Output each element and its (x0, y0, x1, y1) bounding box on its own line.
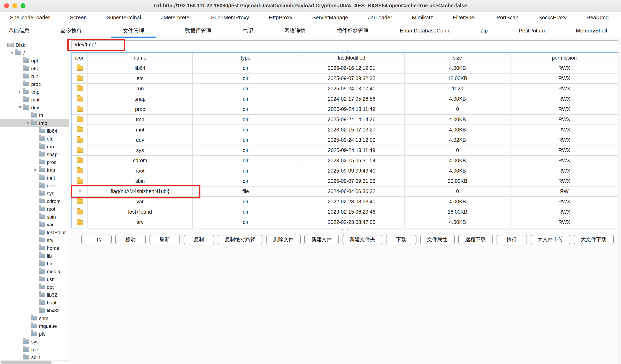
upload-button[interactable]: 上传 (81, 235, 112, 244)
tree-item-run[interactable]: run (0, 72, 69, 80)
tree-item-sys[interactable]: sys (0, 190, 69, 197)
file-row[interactable]: lib64dir2025-06-16 12:19:314.00KBRWX (72, 63, 618, 73)
tree-item-tmp[interactable]: tmp (0, 119, 69, 127)
tab-plugin-tag-management[interactable]: 插件标签管理 (335, 25, 370, 38)
file-row[interactable]: tmpdir2025-09-24 14:14:264.00KBRWX (72, 115, 618, 125)
menu-tab-superterminal[interactable]: SuperTerminal (105, 12, 143, 25)
file-row[interactable]: lost+founddir2023-02-15 06:29:4616.00KBR… (72, 207, 618, 217)
column-header-name[interactable]: name (88, 53, 193, 63)
large-file-download-button[interactable]: 大文件下载 (574, 235, 613, 244)
new-folder-button[interactable]: 新建文件夹 (343, 235, 382, 244)
tab-network-details[interactable]: 网络详情 (283, 25, 308, 38)
collapse-arrow-icon[interactable] (25, 122, 30, 124)
tree-item-opt[interactable]: opt (0, 57, 69, 65)
tree-item-mqueue[interactable]: mqueue (0, 322, 69, 330)
tree-horizontal-scrollbar[interactable] (0, 360, 69, 364)
file-row[interactable]: sbindir2025-09-07 09:31:2620.00KBRWX (72, 176, 618, 187)
tab-notes[interactable]: 笔记 (241, 25, 255, 38)
tree-item-media[interactable]: media (0, 267, 69, 275)
menu-tab-httpproxy[interactable]: HttpProxy (267, 12, 294, 25)
menu-tab-jarloader[interactable]: JarLoader (366, 12, 394, 25)
tab-file-management[interactable]: 文件管理 (111, 25, 156, 38)
column-header-permission[interactable]: permission (511, 53, 618, 63)
tree-item-cdrom[interactable]: cdrom (0, 197, 69, 205)
tree-item-tmp[interactable]: tmp (0, 88, 69, 96)
tree-item-disk[interactable]: Disk (0, 41, 69, 49)
tab-memory-shell[interactable]: MemoryShell (574, 25, 609, 38)
tree-item-root[interactable]: root (0, 205, 69, 213)
execute-button[interactable]: 执行 (496, 235, 527, 244)
vertical-splitter-handle[interactable] (68, 139, 70, 144)
file-row[interactable]: sysdir2025-09-24 13:11:490RWX (72, 145, 618, 156)
tree-item-bin[interactable]: bin (0, 260, 69, 267)
tab-database-management[interactable]: 数据库管理 (183, 25, 213, 38)
close-button[interactable] (4, 3, 9, 8)
new-file-button[interactable]: 新建文件 (304, 235, 339, 244)
delete-file-button[interactable]: 删除文件 (266, 235, 301, 244)
move-button[interactable]: 移动 (115, 235, 146, 244)
tree-item-mnt[interactable]: mnt (0, 96, 69, 104)
tree-item-snap[interactable]: snap (0, 150, 69, 158)
menu-tab-servletmanage[interactable]: ServletManage (310, 12, 350, 25)
horizontal-splitter-handle[interactable] (69, 229, 621, 231)
tree-item-boot[interactable]: boot (0, 299, 69, 307)
file-row[interactable]: rootdir2025-09-09 09:49:404.00KBRWX (72, 166, 618, 176)
tree-item-opt[interactable]: opt (0, 283, 69, 291)
menu-tab-shellcodeloader[interactable]: ShellcodeLoader (8, 12, 52, 25)
column-header-type[interactable]: type (193, 53, 299, 63)
menu-tab-filtershell[interactable]: FilterShell (451, 12, 478, 25)
tree-item-libx32[interactable]: libx32 (0, 307, 69, 314)
tree-item-home[interactable]: home (0, 244, 69, 252)
large-file-upload-button[interactable]: 大文件上传 (530, 235, 570, 244)
tab-zip[interactable]: Zip (479, 25, 489, 38)
column-header-size[interactable]: size (405, 53, 511, 63)
zoom-button[interactable] (20, 3, 25, 8)
tree-item-dev[interactable]: dev (0, 182, 69, 190)
scrollbar-thumb[interactable] (1, 361, 52, 364)
tree-item-run[interactable]: run (0, 142, 69, 150)
horizontal-splitter-handle[interactable] (69, 50, 621, 52)
vertical-splitter-handle[interactable] (68, 203, 70, 208)
tree-item-srv[interactable]: srv (0, 236, 69, 244)
menu-tab-portscan[interactable]: PortScan (495, 12, 520, 25)
file-row[interactable]: procdir2025-09-24 13:11:490RWX (72, 104, 618, 115)
file-row[interactable]: devdir2025-09-24 13:12:094.02KBRWX (72, 135, 618, 145)
collapse-arrow-icon[interactable] (9, 52, 15, 54)
tree-item-etc[interactable]: etc (0, 135, 69, 142)
tree-item-proc[interactable]: proc (0, 80, 69, 88)
file-row[interactable]: rundir2025-09-24 13:17:401020RWX (72, 84, 618, 94)
tree-item-etc[interactable]: etc (0, 65, 69, 72)
file-row[interactable]: etcdir2025-09-07 09:32:3212.00KBRWX (72, 73, 618, 84)
minimize-button[interactable] (12, 3, 17, 8)
tree-item-proc[interactable]: proc (0, 158, 69, 166)
collapse-arrow-icon[interactable] (17, 106, 23, 108)
copy-absolute-path-button[interactable]: 复制绝对路径 (218, 235, 262, 244)
remote-download-button[interactable]: 远程下载 (458, 235, 493, 244)
tree-item-lost-four[interactable]: lost+four (0, 228, 69, 236)
tree-item-sys[interactable]: sys (0, 338, 69, 346)
download-button[interactable]: 下载 (386, 235, 416, 244)
menu-tab-mimikatz[interactable]: Mimikatz (410, 12, 435, 25)
tree-item-fd[interactable]: fd (0, 111, 69, 119)
menu-tab-screen[interactable]: Screen (68, 12, 88, 25)
tab-enum-database-conn[interactable]: EnumDatabaseConn (398, 25, 451, 38)
file-row[interactable]: mntdir2023-02-15 07:13:274.00KBRWX (72, 125, 618, 135)
expand-arrow-icon[interactable] (17, 90, 23, 93)
tab-basic-info[interactable]: 基础信息 (7, 25, 31, 38)
file-row[interactable]: snapdir2024-02-17 05:26:564.00KBRWX (72, 94, 618, 104)
copy-button[interactable]: 复制 (184, 235, 214, 244)
menu-tab-jmeterpreter[interactable]: JMeterpreter (159, 12, 193, 25)
tree-item-mnt[interactable]: mnt (0, 174, 69, 182)
tab-command-execution[interactable]: 命令执行 (59, 25, 84, 38)
file-row[interactable]: cdromdir2023-02-15 06:31:544.00KBRWX (72, 156, 618, 166)
tree-item-tmp[interactable]: tmp (0, 166, 69, 174)
file-row[interactable]: vardir2022-02-23 08:53:404.00KBRWX (72, 197, 618, 207)
tree-item-sbin[interactable]: sbin (0, 353, 69, 361)
tree-item-dev[interactable]: dev (0, 104, 69, 111)
file-properties-button[interactable]: 文件属性 (420, 235, 454, 244)
column-header-icon[interactable]: icon (72, 53, 88, 63)
file-row-flag[interactable]: flag{nltAM4shlzhenN1ubi}file2024-06-04 0… (72, 187, 618, 197)
tree-item-lib[interactable]: lib (0, 252, 69, 260)
tree-item-usr[interactable]: usr (0, 275, 69, 283)
expand-arrow-icon[interactable] (33, 168, 38, 172)
